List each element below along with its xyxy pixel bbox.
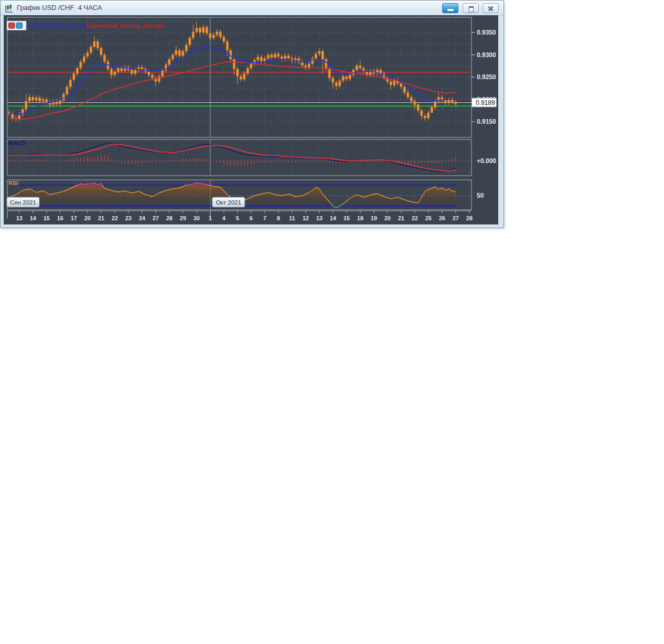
date-label: 13 <box>316 215 323 221</box>
date-label: 21 <box>398 215 404 221</box>
date-label: 5 <box>236 215 239 221</box>
month-marker: Окт 2021 <box>212 197 245 207</box>
date-label: 11 <box>289 215 295 221</box>
date-label: 19 <box>371 215 377 221</box>
date-label: 1 <box>209 215 212 221</box>
date-label: 17 <box>71 215 77 221</box>
date-label: 28 <box>466 215 473 221</box>
legend-red-button[interactable] <box>9 23 15 29</box>
current-price-value: 0.9189 <box>476 99 495 106</box>
date-label: 23 <box>125 215 132 221</box>
date-axis: 1314151617202122232427282930145678111213… <box>7 211 473 221</box>
price-tick-label: 0.9150 <box>477 118 496 125</box>
legend-blue-button[interactable] <box>16 23 23 29</box>
date-label: 16 <box>57 215 63 221</box>
window-controls <box>441 3 499 14</box>
date-label: 21 <box>98 215 104 221</box>
chart-window: График USD /CHF 4 ЧАСА 13141516172021222… <box>0 0 504 228</box>
date-label: 22 <box>112 215 118 221</box>
date-label: 14 <box>30 215 37 221</box>
rsi-level-label: 50 <box>477 192 484 199</box>
date-label: 22 <box>412 215 418 221</box>
price-tick-label: 0.9350 <box>477 29 496 36</box>
date-label: 13 <box>16 215 23 221</box>
date-label: 20 <box>384 215 391 221</box>
macd-zero-label: +0.000 <box>477 157 496 165</box>
restore-button[interactable] <box>463 3 479 13</box>
rsi-panel-label: RSI <box>8 180 18 186</box>
restore-icon <box>469 6 474 12</box>
ema-slow-legend-label: Exponential_Moving_Average <box>86 23 164 29</box>
date-label: 18 <box>357 215 363 221</box>
date-label: 14 <box>330 215 337 221</box>
chart-canvas[interactable]: 1314151617202122232427282930145678111213… <box>4 15 498 224</box>
date-label: 27 <box>453 215 459 221</box>
date-label: 29 <box>180 215 186 221</box>
grid-layer <box>8 18 471 209</box>
window-title: График USD /CHF 4 ЧАСА <box>17 4 102 12</box>
date-label: 7 <box>263 215 266 221</box>
date-label: 20 <box>84 215 91 221</box>
date-label: 4 <box>222 215 226 221</box>
date-label: 15 <box>44 215 50 221</box>
macd-panel-label: MACD <box>8 140 26 146</box>
date-label: 15 <box>344 215 350 221</box>
price-axis: 0.93500.93000.92500.92000.91500.9189+0.0… <box>472 29 497 199</box>
close-button[interactable] <box>483 3 499 13</box>
date-label: 25 <box>425 215 432 221</box>
candlestick-chart-icon <box>5 4 14 13</box>
date-label: 30 <box>194 215 200 221</box>
price-tick-label: 0.9250 <box>477 73 496 81</box>
indicator-legend: ential_Moving_AverageExponential_Moving_… <box>7 21 164 30</box>
macd-signal-line <box>9 145 456 171</box>
date-label: 6 <box>250 215 253 221</box>
price-tick-label: 0.9300 <box>477 51 496 59</box>
month-marker-label: Сен 2021 <box>10 199 36 206</box>
macd-panel-border <box>7 139 472 176</box>
date-label: 26 <box>439 215 445 221</box>
macd-line <box>9 143 456 172</box>
date-label: 27 <box>153 215 159 221</box>
minimize-icon <box>447 9 454 11</box>
date-label: 8 <box>277 215 280 221</box>
month-marker: Сен 2021 <box>7 197 39 207</box>
date-label: 12 <box>303 215 309 221</box>
date-label: 24 <box>139 215 146 221</box>
ema-fast-legend-label: ential_Moving_Average <box>27 23 89 29</box>
date-label: 28 <box>166 215 173 221</box>
minimize-button[interactable] <box>442 3 458 13</box>
month-marker-label: Окт 2021 <box>216 199 241 206</box>
window-titlebar[interactable]: График USD /CHF 4 ЧАСА <box>1 1 504 16</box>
